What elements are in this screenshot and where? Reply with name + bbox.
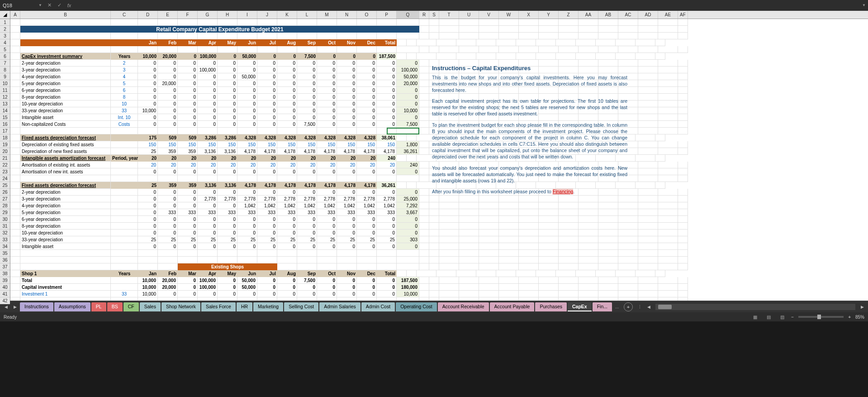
row-header-32[interactable]: 32	[0, 230, 10, 236]
row-header-19[interactable]: 19	[0, 141, 10, 148]
tab-account-payable[interactable]: Account Payable	[490, 302, 535, 311]
col-header-B[interactable]: B	[20, 11, 111, 19]
row-header-38[interactable]: 38	[0, 270, 10, 277]
tab-cf[interactable]: CF	[123, 302, 139, 311]
tab-admin-salaries[interactable]: Admin Salaries	[319, 302, 360, 311]
row-header-40[interactable]: 40	[0, 284, 10, 291]
tab-marketing[interactable]: Marketing	[253, 302, 283, 311]
col-header-G[interactable]: G	[198, 11, 218, 19]
col-header-N[interactable]: N	[337, 11, 357, 19]
col-header-AD[interactable]: AD	[638, 11, 658, 19]
row-header-27[interactable]: 27	[0, 196, 10, 202]
col-header-Q[interactable]: Q	[397, 11, 419, 19]
row-header-36[interactable]: 36	[0, 257, 10, 263]
row-header-31[interactable]: 31	[0, 223, 10, 230]
fx-icon[interactable]: fx	[64, 0, 74, 10]
row-header-21[interactable]: 21	[0, 155, 10, 162]
view-pagebreak-icon[interactable]: ▧	[778, 313, 787, 320]
add-sheet-button[interactable]: +	[624, 302, 633, 311]
col-header-AC[interactable]: AC	[618, 11, 638, 19]
row-header-1[interactable]: 1	[0, 19, 10, 26]
col-header-M[interactable]: M	[317, 11, 337, 19]
select-all-corner[interactable]: ◢	[0, 11, 10, 19]
col-header-L[interactable]: L	[297, 11, 317, 19]
row-header-28[interactable]: 28	[0, 202, 10, 209]
row-header-15[interactable]: 15	[0, 114, 10, 121]
tab-fin-[interactable]: Fin...	[593, 302, 612, 311]
col-header-Z[interactable]: Z	[559, 11, 579, 19]
col-header-V[interactable]: V	[479, 11, 499, 19]
col-header-C[interactable]: C	[111, 11, 138, 19]
row-header-13[interactable]: 13	[0, 100, 10, 107]
tab-sales-force[interactable]: Sales Force	[201, 302, 236, 311]
tab-nav-prev[interactable]: ◀	[2, 303, 10, 311]
tab-admin-cost[interactable]: Admin Cost	[361, 302, 395, 311]
view-layout-icon[interactable]: ▤	[764, 313, 773, 320]
tab-capex[interactable]: CapEx	[568, 302, 592, 311]
col-header-P[interactable]: P	[377, 11, 397, 19]
row-header-3[interactable]: 3	[0, 33, 10, 39]
tab-operating-cost[interactable]: Operating Cost	[396, 302, 437, 311]
row-header-10[interactable]: 10	[0, 80, 10, 87]
tab-account-receivable[interactable]: Account Receivable	[438, 302, 489, 311]
col-header-D[interactable]: D	[138, 11, 158, 19]
col-header-X[interactable]: X	[519, 11, 539, 19]
formula-input[interactable]	[74, 2, 860, 9]
row-header-11[interactable]: 11	[0, 87, 10, 94]
col-header-Y[interactable]: Y	[539, 11, 559, 19]
enter-icon[interactable]: ✓	[54, 0, 64, 10]
tab-nav-next[interactable]: ▶	[11, 303, 19, 311]
row-header-30[interactable]: 30	[0, 216, 10, 223]
col-header-AE[interactable]: AE	[658, 11, 678, 19]
cancel-icon[interactable]: ✕	[44, 0, 54, 10]
zoom-value[interactable]: 85%	[855, 315, 864, 320]
tab-purchases[interactable]: Purchases	[535, 302, 567, 311]
row-header-2[interactable]: 2	[0, 26, 10, 33]
name-box-dropdown[interactable]: ▼	[36, 3, 44, 7]
row-header-14[interactable]: 14	[0, 107, 10, 114]
col-header-E[interactable]: E	[158, 11, 178, 19]
col-header-I[interactable]: I	[237, 11, 257, 19]
view-normal-icon[interactable]: ▦	[750, 313, 759, 320]
col-header-K[interactable]: K	[277, 11, 297, 19]
row-header-4[interactable]: 4	[0, 39, 10, 46]
col-header-T[interactable]: T	[439, 11, 459, 19]
tab-sales[interactable]: Sales	[140, 302, 161, 311]
row-header-26[interactable]: 26	[0, 189, 10, 196]
row-header-33[interactable]: 33	[0, 236, 10, 243]
tab-hr[interactable]: HR	[237, 302, 252, 311]
row-header-22[interactable]: 22	[0, 162, 10, 168]
row-header-41[interactable]: 41	[0, 291, 10, 297]
col-header-AF[interactable]: AF	[678, 11, 688, 19]
tab-instructions[interactable]: Instructions	[20, 302, 53, 311]
zoom-in-button[interactable]: +	[848, 315, 851, 320]
tab-bs[interactable]: BS	[107, 302, 123, 311]
row-header-37[interactable]: 37	[0, 263, 10, 270]
col-header-AA[interactable]: AA	[579, 11, 598, 19]
row-header-29[interactable]: 29	[0, 209, 10, 216]
row-header-8[interactable]: 8	[0, 67, 10, 73]
col-header-R[interactable]: R	[419, 11, 429, 19]
tab-menu-icon[interactable]: ⋮	[636, 303, 644, 311]
row-header-35[interactable]: 35	[0, 250, 10, 257]
row-header-17[interactable]: 17	[0, 128, 10, 134]
zoom-out-button[interactable]: −	[791, 315, 794, 320]
row-header-23[interactable]: 23	[0, 168, 10, 175]
row-header-9[interactable]: 9	[0, 73, 10, 80]
financing-link[interactable]: Financing	[553, 189, 574, 194]
row-header-6[interactable]: 6	[0, 53, 10, 60]
tab-selling-cost[interactable]: Selling Cost	[284, 302, 318, 311]
col-header-AB[interactable]: AB	[598, 11, 618, 19]
col-header-U[interactable]: U	[459, 11, 479, 19]
row-header-18[interactable]: 18	[0, 134, 10, 141]
row-header-7[interactable]: 7	[0, 60, 10, 67]
col-header-S[interactable]: S	[429, 11, 439, 19]
row-header-5[interactable]: 5	[0, 46, 10, 53]
row-header-20[interactable]: 20	[0, 148, 10, 155]
row-header-24[interactable]: 24	[0, 175, 10, 182]
name-box[interactable]	[0, 2, 36, 9]
col-header-W[interactable]: W	[499, 11, 519, 19]
col-header-O[interactable]: O	[357, 11, 377, 19]
hscroll-right[interactable]: ▶	[858, 303, 866, 311]
col-header-J[interactable]: J	[257, 11, 277, 19]
